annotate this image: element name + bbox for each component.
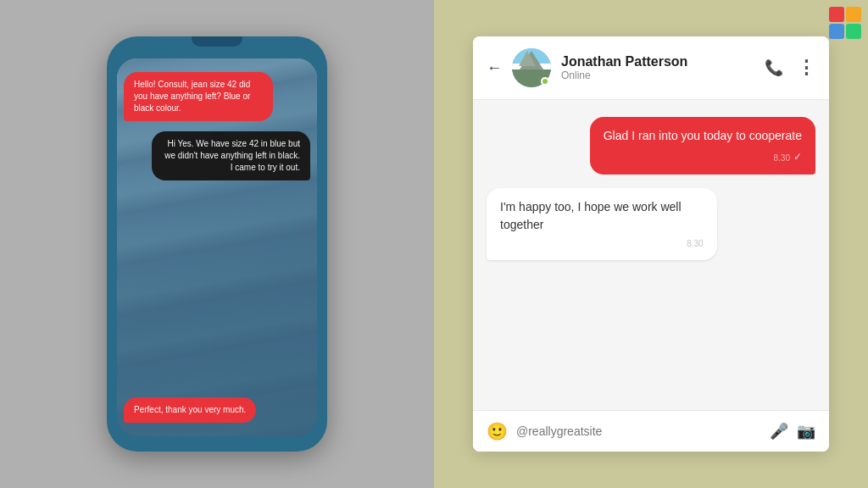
phone-bubble-1: Hello! Consult, jean size 42 did you hav… (124, 72, 273, 121)
phone-call-button[interactable]: 📞 (765, 58, 783, 77)
emoji-button[interactable]: 🙂 (487, 421, 508, 441)
header-icons: 📞 ⋮ (765, 57, 815, 79)
more-options-button[interactable]: ⋮ (797, 57, 815, 79)
corner-logo (829, 7, 861, 39)
message-sent-1: Glad I ran into you today to cooperate 8… (590, 117, 815, 175)
contact-info: Jonathan Patterson Online (561, 54, 754, 81)
chat-window: ← Jonathan Patterson Online 📞 ⋮ Glad I r… (473, 36, 829, 452)
messages-area: Glad I ran into you today to cooperate 8… (473, 100, 829, 410)
camera-button[interactable]: 📷 (797, 422, 815, 441)
message-input[interactable] (516, 424, 761, 438)
logo-cell-2 (846, 7, 861, 22)
logo-grid (829, 7, 861, 39)
logo-cell-4 (846, 24, 861, 39)
phone-messages: Hello! Consult, jean size 42 did you hav… (117, 58, 317, 436)
logo-cell-1 (829, 7, 844, 22)
microphone-button[interactable]: 🎤 (770, 422, 788, 441)
checkmark-icon: ✓ (793, 149, 802, 164)
back-button[interactable]: ← (487, 59, 502, 77)
left-panel: Hello! Consult, jean size 42 did you hav… (0, 0, 434, 488)
contact-name: Jonathan Patterson (561, 54, 754, 69)
chat-input-area: 🙂 🎤 📷 (473, 410, 829, 452)
online-indicator (541, 77, 549, 86)
message-received-time-1: 8.30 (500, 237, 704, 250)
right-panel: ← Jonathan Patterson Online 📞 ⋮ Glad I r… (434, 0, 868, 488)
message-sent-text-1: Glad I ran into you today to cooperate (604, 127, 802, 145)
phone-notch-inner (192, 36, 242, 47)
message-sent-time-1: 8.30 (774, 152, 790, 164)
phone-bubble-2: Hi Yes. We have size 42 in blue but we d… (152, 131, 310, 180)
phone-mockup: Hello! Consult, jean size 42 did you hav… (107, 36, 327, 452)
phone-bubble-3: Perfect, thank you very much. (124, 397, 256, 423)
phone-screen: Hello! Consult, jean size 42 did you hav… (117, 58, 317, 436)
avatar-container (512, 48, 551, 87)
message-received-text-1: I'm happy too, I hope we work well toget… (500, 198, 704, 234)
message-received-1: I'm happy too, I hope we work well toget… (487, 188, 717, 260)
phone-notch (183, 36, 251, 52)
contact-status: Online (561, 69, 754, 81)
logo-cell-3 (829, 24, 844, 39)
chat-header: ← Jonathan Patterson Online 📞 ⋮ (473, 36, 829, 100)
